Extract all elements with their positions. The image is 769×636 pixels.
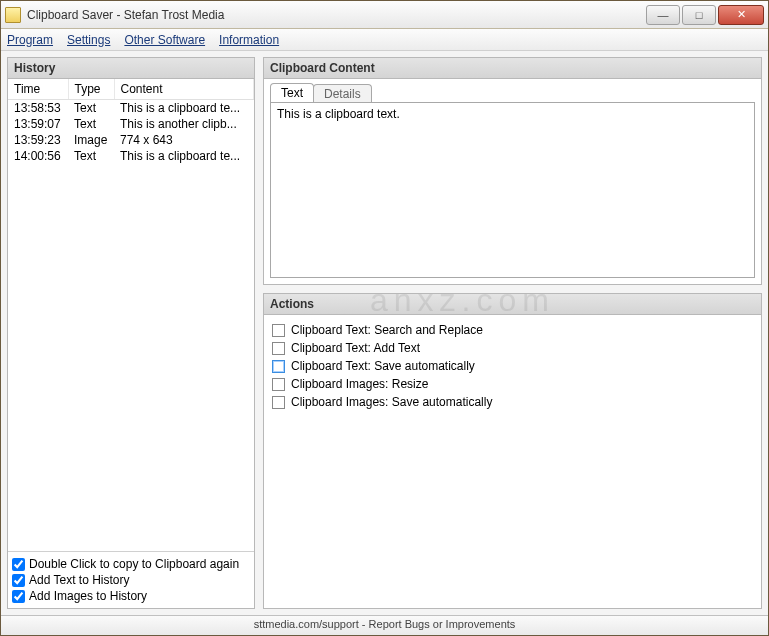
history-table[interactable]: Time Type Content 13:58:53 Text This is … [8,79,254,551]
menu-settings[interactable]: Settings [67,33,110,47]
content-area: History Time Type Content 13:58:53 [1,51,768,615]
action-add-text[interactable]: Clipboard Text: Add Text [272,339,753,357]
clipboard-content-panel: Clipboard Content Text Details This is a… [263,57,762,285]
option-double-click[interactable]: Double Click to copy to Clipboard again [10,556,252,572]
right-panel: Clipboard Content Text Details This is a… [263,57,762,609]
checkbox-icon[interactable] [272,378,285,391]
option-add-text[interactable]: Add Text to History [10,572,252,588]
action-search-replace[interactable]: Clipboard Text: Search and Replace [272,321,753,339]
window-controls: — □ ✕ [644,5,764,25]
table-row[interactable]: 13:58:53 Text This is a clipboard te... [8,100,254,117]
checkbox-icon[interactable] [272,360,285,373]
window-title: Clipboard Saver - Stefan Trost Media [27,8,644,22]
action-save-images-auto[interactable]: Clipboard Images: Save automatically [272,393,753,411]
checkbox-icon[interactable] [272,324,285,337]
clipboard-content-title: Clipboard Content [264,58,761,79]
col-content[interactable]: Content [114,79,254,100]
tab-strip: Text Details [264,79,761,102]
minimize-button[interactable]: — [646,5,680,25]
menu-program[interactable]: Program [7,33,53,47]
menu-other-software[interactable]: Other Software [124,33,205,47]
tab-details[interactable]: Details [313,84,372,103]
menu-information[interactable]: Information [219,33,279,47]
table-row[interactable]: 13:59:23 Image 774 x 643 [8,132,254,148]
table-row[interactable]: 14:00:56 Text This is a clipboard te... [8,148,254,164]
menubar: Program Settings Other Software Informat… [1,29,768,51]
tab-text[interactable]: Text [270,83,314,102]
history-options: Double Click to copy to Clipboard again … [8,551,254,608]
app-icon [5,7,21,23]
action-save-text-auto[interactable]: Clipboard Text: Save automatically [272,357,753,375]
checkbox-icon[interactable] [272,342,285,355]
clipboard-text-area[interactable]: This is a clipboard text. [270,102,755,278]
maximize-button[interactable]: □ [682,5,716,25]
col-time[interactable]: Time [8,79,68,100]
actions-panel: Actions Clipboard Text: Search and Repla… [263,293,762,609]
actions-body: Clipboard Text: Search and Replace Clipb… [264,315,761,417]
history-title: History [8,58,254,79]
statusbar: sttmedia.com/support - Report Bugs or Im… [1,615,768,635]
checkbox-double-click[interactable] [12,558,25,571]
close-button[interactable]: ✕ [718,5,764,25]
option-add-images[interactable]: Add Images to History [10,588,252,604]
checkbox-add-images[interactable] [12,590,25,603]
action-resize-images[interactable]: Clipboard Images: Resize [272,375,753,393]
left-panel: History Time Type Content 13:58:53 [7,57,255,609]
titlebar: Clipboard Saver - Stefan Trost Media — □… [1,1,768,29]
clipboard-text-content: This is a clipboard text. [277,107,400,121]
history-panel: History Time Type Content 13:58:53 [7,57,255,609]
checkbox-icon[interactable] [272,396,285,409]
col-type[interactable]: Type [68,79,114,100]
checkbox-add-text[interactable] [12,574,25,587]
table-row[interactable]: 13:59:07 Text This is another clipb... [8,116,254,132]
actions-title: Actions [264,294,761,315]
